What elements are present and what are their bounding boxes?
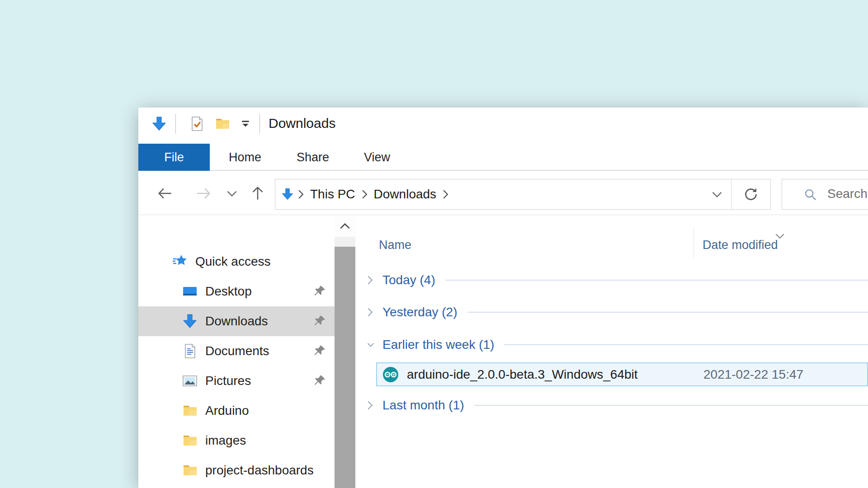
scrollbar-up-chevron-icon[interactable] [335, 215, 355, 237]
tab-share[interactable]: Share [282, 144, 344, 171]
folder-icon [182, 432, 198, 449]
column-header-name[interactable]: Name [379, 238, 411, 252]
sidebar-item-label: Desktop [205, 284, 252, 299]
downloads-arrow-icon [281, 188, 294, 201]
tab-view[interactable]: View [347, 144, 407, 171]
sidebar-item-downloads[interactable]: Downloads [138, 306, 335, 336]
document-icon [182, 343, 198, 359]
address-bar-controls [703, 179, 770, 209]
recent-locations-chevron-icon[interactable] [223, 184, 241, 202]
sidebar-item-images[interactable]: images [138, 426, 335, 455]
sidebar-item-label: Quick access [195, 254, 271, 269]
group-header-earlier-this-week[interactable]: Earlier this week (1) [355, 336, 868, 354]
customize-toolbar-chevron-icon[interactable] [241, 120, 250, 128]
pin-icon [313, 344, 326, 358]
sidebar-item-desktop[interactable]: Desktop [138, 277, 335, 306]
group-label[interactable]: Yesterday (2) [382, 305, 458, 319]
file-date-modified: 2021-02-22 15:47 [703, 367, 803, 382]
group-header-yesterday[interactable]: Yesterday (2) [355, 303, 868, 321]
breadcrumb-this-pc[interactable]: This PC [307, 187, 358, 202]
file-explorer-window: Downloads File Home Share View [138, 108, 868, 488]
sidebar-scrollbar[interactable] [335, 215, 355, 488]
title-bar: Downloads [138, 108, 868, 140]
file-row-arduino-ide[interactable]: arduino-ide_2.0.0-beta.3_Windows_64bit 2… [376, 362, 868, 386]
group-label[interactable]: Today (4) [382, 273, 435, 287]
desktop-monitor-icon [182, 283, 198, 300]
folder-icon [182, 462, 198, 479]
up-arrow-icon[interactable] [249, 184, 267, 202]
file-name[interactable]: arduino-ide_2.0.0-beta.3_Windows_64bit [407, 367, 638, 382]
file-list-pane: Name Date modified Today (4) [355, 215, 868, 488]
tab-share-label: Share [297, 150, 329, 164]
navigation-pane: Quick access Desktop Downloads [138, 215, 335, 488]
ribbon-tab-bar: File Home Share View [138, 140, 868, 171]
chevron-down-icon[interactable] [367, 342, 374, 348]
sidebar-item-label: Documents [205, 344, 269, 358]
toolbar-separator [175, 114, 176, 134]
picture-icon [182, 373, 198, 389]
chevron-right-icon[interactable] [367, 400, 374, 410]
properties-checked-document-icon[interactable] [189, 116, 205, 132]
sidebar-item-documents[interactable]: Documents [138, 336, 335, 366]
sidebar-item-label: Arduino [205, 404, 249, 418]
tab-home-label: Home [229, 150, 261, 164]
tab-file-label: File [164, 150, 184, 164]
window-title: Downloads [269, 116, 335, 131]
sidebar-item-label: project-dashboards [205, 463, 314, 478]
group-divider-line [474, 405, 868, 406]
sidebar-item-arduino[interactable]: Arduino [138, 396, 335, 426]
group-label[interactable]: Last month (1) [382, 398, 464, 413]
group-header-today[interactable]: Today (4) [355, 271, 868, 289]
sidebar-item-label: Downloads [205, 314, 268, 328]
pin-icon [313, 314, 326, 328]
scrollbar-thumb[interactable] [335, 247, 355, 488]
sidebar-item-project-dashboards[interactable]: project-dashboards [138, 455, 335, 485]
breadcrumb-downloads[interactable]: Downloads [371, 187, 439, 202]
column-header-date-modified[interactable]: Date modified [703, 238, 778, 252]
breadcrumb-chevron-icon[interactable] [439, 189, 452, 199]
breadcrumb-chevron-icon [294, 189, 307, 199]
downloads-arrow-icon [182, 313, 198, 329]
arduino-logo-icon [382, 366, 400, 384]
tab-view-label: View [364, 150, 390, 164]
new-folder-icon[interactable] [214, 116, 231, 132]
breadcrumb-chevron-icon[interactable] [358, 189, 371, 199]
tab-file[interactable]: File [138, 144, 210, 171]
back-arrow-icon[interactable] [156, 184, 174, 202]
chevron-right-icon[interactable] [367, 307, 374, 317]
column-separator[interactable] [693, 228, 694, 258]
search-icon [803, 187, 818, 202]
tab-home[interactable]: Home [214, 144, 276, 171]
pin-icon [313, 374, 326, 388]
sort-chevron-icon[interactable] [775, 228, 785, 242]
folder-icon [182, 403, 198, 419]
group-divider-line [467, 312, 868, 313]
content-area: Quick access Desktop Downloads [138, 215, 868, 488]
sidebar-item-label: images [205, 433, 246, 448]
pin-icon [313, 285, 326, 298]
sidebar-item-pictures[interactable]: Pictures [138, 366, 335, 396]
group-label[interactable]: Earlier this week (1) [382, 338, 494, 352]
desktop-background: Downloads File Home Share View [0, 0, 868, 488]
group-divider-line [504, 344, 868, 345]
forward-arrow-icon[interactable] [194, 184, 212, 202]
sidebar-item-label: Pictures [205, 374, 251, 388]
group-header-last-month[interactable]: Last month (1) [355, 396, 868, 414]
toolbar-separator [259, 114, 260, 134]
refresh-icon[interactable] [731, 179, 770, 209]
search-input[interactable] [827, 179, 868, 208]
navigation-bar: This PC Downloads [138, 172, 868, 215]
address-bar[interactable]: This PC Downloads [275, 179, 771, 210]
search-box [782, 179, 868, 210]
address-dropdown-chevron-icon[interactable] [703, 179, 731, 209]
chevron-right-icon[interactable] [367, 275, 374, 285]
group-divider-line [445, 280, 868, 281]
downloads-arrow-icon [151, 116, 167, 132]
quick-access-star-icon [172, 253, 188, 270]
sidebar-item-quick-access[interactable]: Quick access [138, 247, 335, 277]
column-header-row: Name Date modified [355, 228, 868, 258]
